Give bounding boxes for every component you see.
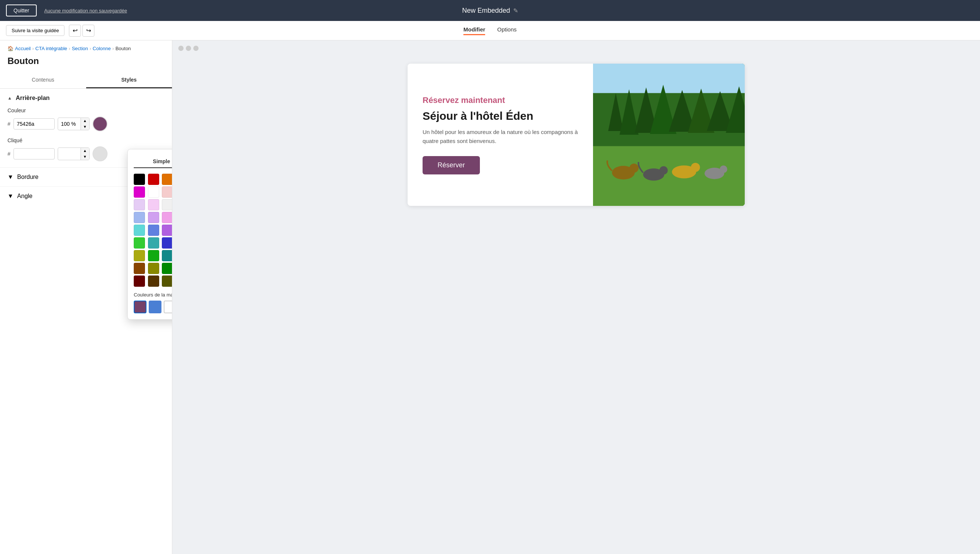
color-cell[interactable] [148, 224, 159, 236]
color-cell[interactable] [162, 186, 172, 197]
edit-icon[interactable]: ✎ [513, 7, 518, 14]
background-chevron-icon: ▲ [8, 96, 12, 101]
brand-color-swatch-0[interactable] [134, 301, 147, 313]
background-section-header[interactable]: ▲ Arrière-plan [0, 89, 172, 107]
breadcrumb-item-bouton: Bouton [115, 46, 131, 51]
breadcrumb-item-colonne[interactable]: Colonne [93, 46, 110, 51]
preview-subtitle: Réservez maintenant [423, 96, 578, 105]
color-cell[interactable] [134, 199, 145, 210]
page-title-center: New Embedded ✎ [462, 7, 518, 14]
color-cell[interactable] [162, 224, 172, 236]
popup-tab-simple[interactable]: Simple [134, 155, 172, 168]
color-field-label: Couleur [8, 107, 164, 113]
svg-point-18 [720, 166, 727, 173]
color-cell[interactable] [134, 174, 145, 185]
undo-button[interactable]: ↩ [69, 25, 81, 37]
right-panel: Réservez maintenant Séjour à l'hôtel Éde… [172, 40, 980, 554]
angle-chevron-icon: ▼ [8, 193, 13, 199]
svg-point-12 [629, 164, 638, 173]
tab-modifier[interactable]: Modifier [463, 26, 485, 35]
color-cell[interactable] [162, 275, 172, 287]
opacity-input[interactable] [58, 119, 81, 129]
color-cell[interactable] [134, 237, 145, 248]
opacity-up-button[interactable]: ▲ [81, 118, 89, 124]
color-cell[interactable] [134, 224, 145, 236]
preview-dots [172, 40, 980, 56]
modifier-options-tabs: Modifier Options [463, 26, 517, 35]
color-input-row: # ▲ ▼ [8, 116, 164, 131]
color-cell[interactable] [162, 199, 172, 210]
color-cell[interactable] [162, 237, 172, 248]
redo-button[interactable]: ↪ [82, 25, 94, 37]
brand-color-swatch-2[interactable] [164, 301, 172, 313]
color-cell[interactable] [148, 199, 159, 210]
undo-redo-group: ↩ ↪ [69, 25, 94, 37]
color-cell[interactable] [162, 263, 172, 274]
bordure-chevron-icon: ▼ [8, 174, 13, 180]
left-panel: 🏠 Accueil › CTA intégrable › Section › C… [0, 40, 172, 554]
breadcrumb-item-accueil[interactable]: Accueil [15, 46, 31, 51]
color-cell[interactable] [162, 212, 172, 223]
opacity-stepper: ▲ ▼ [81, 118, 89, 130]
color-cell[interactable] [148, 250, 159, 261]
breadcrumb-item-section[interactable]: Section [72, 46, 88, 51]
clique-opacity-stepper: ▲ ▼ [81, 148, 89, 160]
dot-2 [186, 46, 191, 51]
content-style-tabs: Contenus Styles [0, 72, 172, 89]
color-cell[interactable] [148, 237, 159, 248]
tab-contenus[interactable]: Contenus [0, 72, 86, 88]
color-cell[interactable] [162, 174, 172, 185]
breadcrumb-icon: 🏠 [8, 46, 13, 51]
opacity-down-button[interactable]: ▼ [81, 124, 89, 130]
preview-card: Réservez maintenant Séjour à l'hôtel Éde… [408, 64, 745, 206]
color-cell[interactable] [148, 174, 159, 185]
panel-title: Bouton [0, 54, 172, 72]
forest-svg [593, 64, 745, 206]
color-cell[interactable] [134, 263, 145, 274]
top-nav: Quitter Aucune modification non sauvegar… [0, 0, 980, 21]
tab-options[interactable]: Options [497, 26, 517, 35]
angle-section-title: Angle [17, 193, 33, 199]
color-cell[interactable] [134, 250, 145, 261]
brand-colors-label: Couleurs de la marque [134, 292, 172, 298]
clique-opacity-input[interactable] [58, 149, 81, 159]
dot-1 [178, 46, 184, 51]
color-cell[interactable] [134, 212, 145, 223]
color-cell[interactable] [148, 186, 159, 197]
svg-point-16 [691, 163, 700, 172]
background-color-swatch[interactable] [93, 116, 107, 131]
brand-colors-header: Couleurs de la marque Modifier [134, 292, 172, 298]
quit-button[interactable]: Quitter [6, 5, 37, 16]
preview-description: Un hôtel pour les amoureux de la nature … [423, 127, 578, 146]
main-layout: 🏠 Accueil › CTA intégrable › Section › C… [0, 40, 980, 554]
hash-symbol: # [8, 121, 11, 127]
popup-tabs: Simple Avancé [134, 155, 172, 169]
color-grid [134, 174, 172, 287]
breadcrumb-sep-1: › [32, 46, 34, 51]
second-nav: Suivre la visite guidée ↩ ↪ Modifier Opt… [0, 21, 980, 40]
color-cell[interactable] [162, 250, 172, 261]
preview-reserve-button[interactable]: Réserver [423, 156, 480, 174]
breadcrumb-item-cta[interactable]: CTA intégrable [35, 46, 67, 51]
color-hex-input[interactable] [13, 118, 55, 129]
color-cell[interactable] [148, 275, 159, 287]
tour-button[interactable]: Suivre la visite guidée [6, 25, 64, 36]
tab-styles[interactable]: Styles [86, 72, 172, 88]
unsaved-message[interactable]: Aucune modification non sauvegardée [44, 8, 127, 13]
color-cell[interactable] [134, 275, 145, 287]
svg-point-14 [659, 166, 667, 174]
breadcrumb-sep-4: › [112, 46, 114, 51]
background-color-section: Couleur # ▲ ▼ [0, 107, 172, 137]
color-cell[interactable] [134, 186, 145, 197]
color-cell[interactable] [148, 212, 159, 223]
brand-colors-row [134, 301, 172, 313]
color-cell[interactable] [148, 263, 159, 274]
brand-color-swatch-1[interactable] [149, 301, 161, 313]
dot-3 [193, 46, 198, 51]
clique-opacity-down-button[interactable]: ▼ [81, 154, 89, 160]
clique-opacity-up-button[interactable]: ▲ [81, 148, 89, 154]
page-title: New Embedded [462, 7, 510, 14]
clique-color-swatch[interactable] [93, 146, 107, 161]
breadcrumb: 🏠 Accueil › CTA intégrable › Section › C… [0, 40, 172, 54]
clique-hex-input[interactable] [13, 148, 55, 159]
